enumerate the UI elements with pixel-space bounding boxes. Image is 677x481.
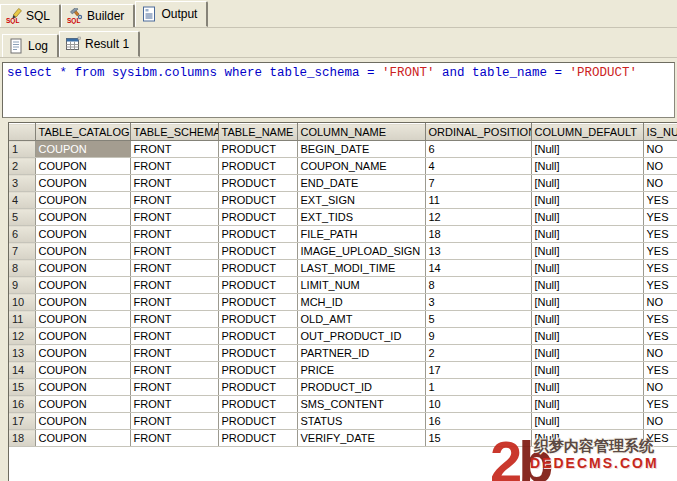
grid-cell[interactable]: 5	[425, 311, 531, 328]
grid-cell[interactable]: COUPON	[35, 141, 130, 158]
grid-cell[interactable]: OUT_PRODUCT_ID	[297, 328, 425, 345]
grid-cell[interactable]: PARTNER_ID	[297, 345, 425, 362]
grid-cell[interactable]: COUPON	[35, 396, 130, 413]
grid-cell[interactable]: [Null]	[531, 158, 643, 175]
grid-cell[interactable]: COUPON	[35, 158, 130, 175]
row-number[interactable]: 12	[9, 328, 35, 345]
grid-cell[interactable]: 10	[425, 396, 531, 413]
grid-cell[interactable]: COUPON	[35, 277, 130, 294]
grid-cell[interactable]: COUPON_NAME	[297, 158, 425, 175]
grid-cell[interactable]: FRONT	[130, 192, 218, 209]
grid-cell[interactable]: 13	[425, 243, 531, 260]
grid-cell[interactable]: [Null]	[531, 192, 643, 209]
grid-cell[interactable]: FRONT	[130, 362, 218, 379]
grid-cell[interactable]: YES	[643, 192, 677, 209]
grid-cell[interactable]: PRODUCT	[218, 311, 297, 328]
row-number[interactable]: 18	[9, 430, 35, 447]
grid-cell[interactable]: [Null]	[531, 243, 643, 260]
row-number[interactable]: 10	[9, 294, 35, 311]
grid-cell[interactable]: FRONT	[130, 413, 218, 430]
grid-cell[interactable]: 8	[425, 277, 531, 294]
grid-cell[interactable]: [Null]	[531, 294, 643, 311]
grid-cell[interactable]: PRICE	[297, 362, 425, 379]
row-number[interactable]: 5	[9, 209, 35, 226]
grid-cell[interactable]: 2	[425, 345, 531, 362]
row-number[interactable]: 13	[9, 345, 35, 362]
grid-cell[interactable]: SMS_CONTENT	[297, 396, 425, 413]
grid-cell[interactable]: COUPON	[35, 226, 130, 243]
grid-cell[interactable]: 15	[425, 430, 531, 447]
grid-cell[interactable]: COUPON	[35, 243, 130, 260]
grid-cell[interactable]: OLD_AMT	[297, 311, 425, 328]
row-number[interactable]: 2	[9, 158, 35, 175]
column-header-table-catalog[interactable]: TABLE_CATALOG	[35, 124, 130, 141]
grid-cell[interactable]: FRONT	[130, 294, 218, 311]
grid-cell[interactable]: [Null]	[531, 379, 643, 396]
row-number[interactable]: 4	[9, 192, 35, 209]
grid-cell[interactable]: YES	[643, 328, 677, 345]
grid-cell[interactable]: [Null]	[531, 175, 643, 192]
grid-cell[interactable]: FRONT	[130, 158, 218, 175]
grid-cell[interactable]: PRODUCT	[218, 209, 297, 226]
grid-cell[interactable]: COUPON	[35, 260, 130, 277]
grid-cell[interactable]: 6	[425, 141, 531, 158]
grid-cell[interactable]: 18	[425, 226, 531, 243]
grid-cell[interactable]: 9	[425, 328, 531, 345]
grid-cell[interactable]: COUPON	[35, 379, 130, 396]
grid-cell[interactable]: YES	[643, 226, 677, 243]
grid-cell[interactable]: 1	[425, 379, 531, 396]
grid-cell[interactable]: [Null]	[531, 209, 643, 226]
grid-cell[interactable]: 4	[425, 158, 531, 175]
grid-cell[interactable]: FRONT	[130, 396, 218, 413]
grid-cell[interactable]: FRONT	[130, 430, 218, 447]
grid-cell[interactable]: LIMIT_NUM	[297, 277, 425, 294]
column-header-table-schema[interactable]: TABLE_SCHEMA	[130, 124, 218, 141]
grid-cell[interactable]: PRODUCT	[218, 430, 297, 447]
grid-cell[interactable]: MCH_ID	[297, 294, 425, 311]
column-header-ordinal-position[interactable]: ORDINAL_POSITION	[425, 124, 531, 141]
grid-cell[interactable]: END_DATE	[297, 175, 425, 192]
grid-cell[interactable]: NO	[643, 379, 677, 396]
grid-cell[interactable]: PRODUCT	[218, 141, 297, 158]
sql-editor[interactable]: select * from sysibm.columns where table…	[2, 62, 675, 118]
grid-cell[interactable]: YES	[643, 362, 677, 379]
grid-cell[interactable]: PRODUCT	[218, 294, 297, 311]
grid-cell[interactable]: YES	[643, 260, 677, 277]
grid-cell[interactable]: 14	[425, 260, 531, 277]
grid-cell[interactable]: [Null]	[531, 362, 643, 379]
grid-cell[interactable]: YES	[643, 430, 677, 447]
grid-cell[interactable]: FRONT	[130, 260, 218, 277]
grid-cell[interactable]: 3	[425, 294, 531, 311]
row-number[interactable]: 15	[9, 379, 35, 396]
grid-cell[interactable]: NO	[643, 158, 677, 175]
grid-cell[interactable]: EXT_SIGN	[297, 192, 425, 209]
grid-cell[interactable]: [Null]	[531, 311, 643, 328]
grid-cell[interactable]: [Null]	[531, 396, 643, 413]
grid-cell[interactable]: 12	[425, 209, 531, 226]
grid-cell[interactable]: COUPON	[35, 175, 130, 192]
row-number[interactable]: 6	[9, 226, 35, 243]
grid-cell[interactable]: YES	[643, 396, 677, 413]
grid-cell[interactable]: PRODUCT	[218, 396, 297, 413]
column-header-table-name[interactable]: TABLE_NAME	[218, 124, 297, 141]
row-number[interactable]: 9	[9, 277, 35, 294]
grid-cell[interactable]: FRONT	[130, 277, 218, 294]
grid-cell[interactable]: COUPON	[35, 209, 130, 226]
row-number[interactable]: 14	[9, 362, 35, 379]
grid-cell[interactable]: COUPON	[35, 362, 130, 379]
grid-cell[interactable]: [Null]	[531, 141, 643, 158]
grid-cell[interactable]: NO	[643, 294, 677, 311]
grid-cell[interactable]: 17	[425, 362, 531, 379]
grid-cell[interactable]: FRONT	[130, 209, 218, 226]
grid-cell[interactable]: IMAGE_UPLOAD_SIGN	[297, 243, 425, 260]
grid-cell[interactable]: YES	[643, 311, 677, 328]
grid-cell[interactable]: [Null]	[531, 260, 643, 277]
grid-cell[interactable]: PRODUCT	[218, 192, 297, 209]
grid-cell[interactable]: COUPON	[35, 413, 130, 430]
grid-cell[interactable]: NO	[643, 413, 677, 430]
grid-cell[interactable]: COUPON	[35, 430, 130, 447]
row-number[interactable]: 8	[9, 260, 35, 277]
grid-cell[interactable]: FRONT	[130, 311, 218, 328]
grid-cell[interactable]: COUPON	[35, 345, 130, 362]
grid-cell[interactable]: [Null]	[531, 413, 643, 430]
